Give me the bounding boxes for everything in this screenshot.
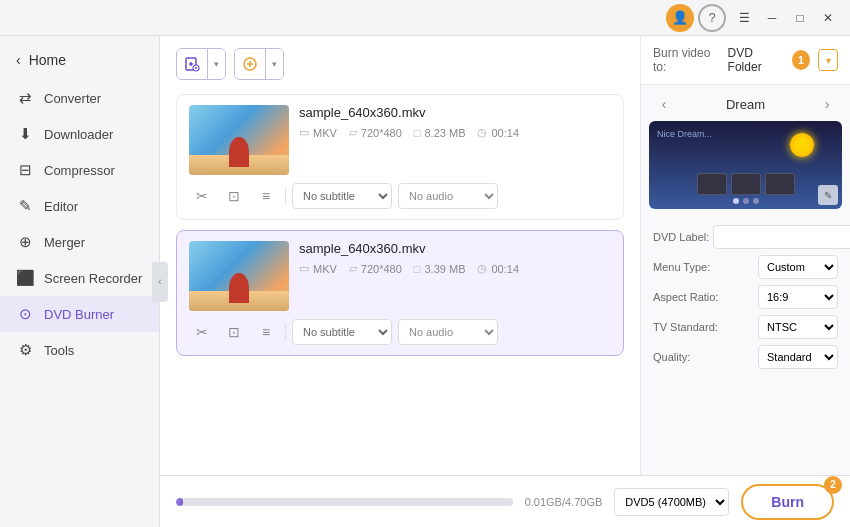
cut-button-1[interactable]: ✂: [189, 183, 215, 209]
theme-dots: [733, 198, 759, 204]
menu-button[interactable]: ☰: [730, 7, 758, 29]
sidebar-item-label: Screen Recorder: [44, 271, 142, 286]
file-toolbar: ▾ ▾: [176, 48, 624, 80]
dvd-label-input[interactable]: [713, 225, 850, 249]
theme-thumb-3: [765, 173, 795, 195]
figure-2: [229, 273, 249, 303]
sidebar-item-downloader[interactable]: ⬇ Downloader: [0, 116, 159, 152]
app-body: ‹ Home ⇄ Converter ⬇ Downloader ⊟ Compre…: [0, 36, 850, 527]
format-icon-2: ▭: [299, 262, 309, 275]
burn-dest-badge: 1: [792, 50, 810, 70]
compressor-icon: ⊟: [16, 161, 34, 179]
duration-value-2: 00:14: [491, 263, 519, 275]
resolution-item-2: ▱ 720*480: [349, 262, 402, 275]
merger-icon: ⊕: [16, 233, 34, 251]
quality-select[interactable]: Standard: [758, 345, 838, 369]
crop-button-2[interactable]: ⊡: [221, 319, 247, 345]
file-actions-1: ✂ ⊡ ≡ No subtitle No audio: [189, 183, 611, 209]
divider-1: [285, 187, 286, 205]
cut-button-2[interactable]: ✂: [189, 319, 215, 345]
audio-select-2[interactable]: No audio: [398, 319, 498, 345]
menu-type-select[interactable]: Custom: [758, 255, 838, 279]
sidebar-item-tools[interactable]: ⚙ Tools: [0, 332, 159, 368]
minimize-button[interactable]: ─: [758, 7, 786, 29]
theme-dot-1: [733, 198, 739, 204]
add-from-button[interactable]: [235, 49, 265, 79]
sidebar-item-converter[interactable]: ⇄ Converter: [0, 80, 159, 116]
audio-select-1[interactable]: No audio: [398, 183, 498, 209]
burn-dest-text: DVD Folder: [728, 46, 784, 74]
sidebar-item-dvd-burner[interactable]: ⊙ DVD Burner: [0, 296, 159, 332]
sidebar-collapse-handle[interactable]: ‹: [152, 262, 168, 302]
file-area: ▾ ▾: [160, 36, 640, 475]
progress-size-label: 0.01GB/4.70GB: [525, 496, 603, 508]
bottom-bar: 0.01GB/4.70GB DVD5 (4700MB) 2 Burn: [160, 475, 850, 527]
maximize-button[interactable]: □: [786, 7, 814, 29]
sidebar-item-label: DVD Burner: [44, 307, 114, 322]
format-value-2: MKV: [313, 263, 337, 275]
theme-dot-2: [743, 198, 749, 204]
burn-to-label: Burn video to:: [653, 46, 720, 74]
dvd-label-label: DVD Label:: [653, 231, 709, 243]
aspect-ratio-row: Aspect Ratio: 16:9: [653, 285, 838, 309]
sidebar-item-label: Compressor: [44, 163, 115, 178]
converter-icon: ⇄: [16, 89, 34, 107]
theme-prev-button[interactable]: ‹: [653, 93, 675, 115]
size-value-2: 3.39 MB: [425, 263, 466, 275]
downloader-icon: ⬇: [16, 125, 34, 143]
burn-button[interactable]: Burn: [741, 484, 834, 520]
screen-recorder-icon: ⬛: [16, 269, 34, 287]
sidebar-item-editor[interactable]: ✎ Editor: [0, 188, 159, 224]
settings-button-1[interactable]: ≡: [253, 183, 279, 209]
menu-type-label: Menu Type:: [653, 261, 710, 273]
crop-button-1[interactable]: ⊡: [221, 183, 247, 209]
disc-type-select[interactable]: DVD5 (4700MB): [614, 488, 729, 516]
file-meta-1: ▭ MKV ▱ 720*480 □ 8.23 MB: [299, 126, 611, 139]
sidebar-home[interactable]: ‹ Home: [0, 44, 159, 76]
subtitle-select-2[interactable]: No subtitle: [292, 319, 392, 345]
theme-overlay-text: Nice Dream...: [657, 129, 712, 139]
size-value-1: 8.23 MB: [425, 127, 466, 139]
titlebar: 👤 ? ☰ ─ □ ✕: [0, 0, 850, 36]
help-icon: ?: [698, 4, 726, 32]
tv-standard-select[interactable]: NTSC: [758, 315, 838, 339]
burn-badge: 2: [824, 476, 842, 494]
sidebar-item-screen-recorder[interactable]: ⬛ Screen Recorder: [0, 260, 159, 296]
settings-button-2[interactable]: ≡: [253, 319, 279, 345]
file-thumbnail-1: [189, 105, 289, 175]
add-from-dropdown-arrow[interactable]: ▾: [265, 49, 283, 79]
resolution-icon-2: ▱: [349, 262, 357, 275]
file-card-top-2: sample_640x360.mkv ▭ MKV ▱ 720*480: [189, 241, 611, 311]
close-button[interactable]: ✕: [814, 7, 842, 29]
theme-edit-button[interactable]: ✎: [818, 185, 838, 205]
size-item-1: □ 8.23 MB: [414, 127, 466, 139]
duration-item-1: ◷ 00:14: [477, 126, 519, 139]
burn-dest-dropdown[interactable]: ▾: [818, 49, 838, 71]
size-item-2: □ 3.39 MB: [414, 263, 466, 275]
sidebar: ‹ Home ⇄ Converter ⬇ Downloader ⊟ Compre…: [0, 36, 160, 527]
add-file-btn-group[interactable]: ▾: [176, 48, 226, 80]
sidebar-item-compressor[interactable]: ⊟ Compressor: [0, 152, 159, 188]
resolution-value-1: 720*480: [361, 127, 402, 139]
main-inner: ▾ ▾: [160, 36, 850, 475]
theme-next-button[interactable]: ›: [816, 93, 838, 115]
add-file-dropdown-arrow[interactable]: ▾: [207, 49, 225, 79]
tools-icon: ⚙: [16, 341, 34, 359]
back-icon: ‹: [16, 52, 21, 68]
format-item-1: ▭ MKV: [299, 126, 337, 139]
burn-btn-wrapper: 2 Burn: [741, 484, 834, 520]
resolution-icon-1: ▱: [349, 126, 357, 139]
aspect-ratio-select[interactable]: 16:9: [758, 285, 838, 309]
add-file-button[interactable]: [177, 49, 207, 79]
sidebar-item-merger[interactable]: ⊕ Merger: [0, 224, 159, 260]
size-icon-1: □: [414, 127, 421, 139]
tv-standard-label: TV Standard:: [653, 321, 718, 333]
quality-label: Quality:: [653, 351, 690, 363]
subtitle-select-1[interactable]: No subtitle: [292, 183, 392, 209]
file-name-1: sample_640x360.mkv: [299, 105, 611, 120]
dvd-burner-icon: ⊙: [16, 305, 34, 323]
file-thumbnail-2: [189, 241, 289, 311]
add-from-btn-group[interactable]: ▾: [234, 48, 284, 80]
figure: [229, 137, 249, 167]
theme-image: Nice Dream... ✎: [649, 121, 842, 209]
